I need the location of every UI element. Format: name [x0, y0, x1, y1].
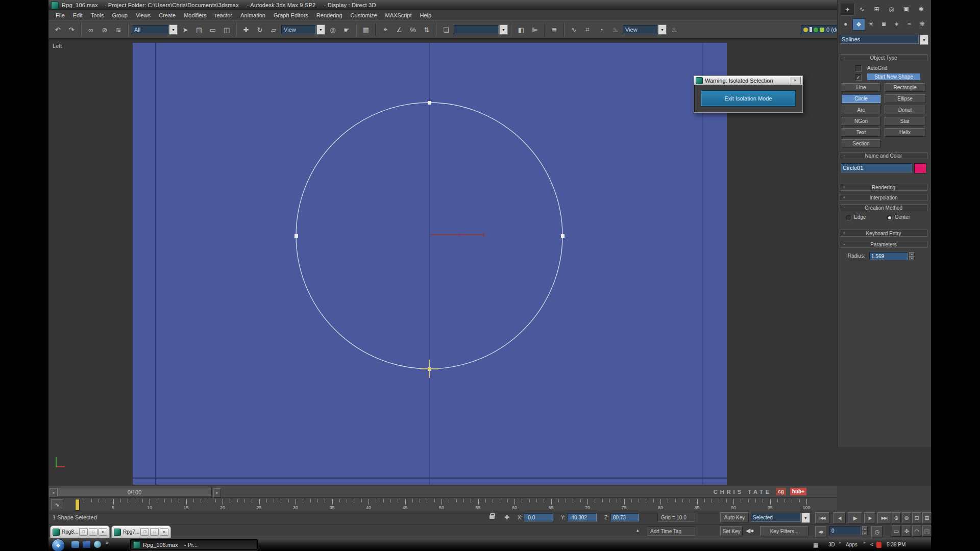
menu-group[interactable]: Group [108, 12, 132, 18]
align-icon[interactable]: ⊫ [529, 23, 541, 36]
tray-3d-toolbar[interactable]: 3D [828, 542, 835, 547]
object-button-helix[interactable]: Helix [885, 128, 925, 137]
snap-toggle-icon[interactable]: ⌖ [379, 23, 391, 36]
min-max-toggle-icon[interactable]: ◰ [922, 525, 932, 537]
z-coord-field[interactable]: 80.73 [610, 513, 639, 521]
tray-alert-icon[interactable] [876, 542, 881, 548]
quick-launch-chevron-icon[interactable]: » [106, 540, 109, 545]
tray-apps-toolbar[interactable]: Apps [846, 542, 857, 547]
object-color-swatch[interactable] [914, 163, 926, 173]
zoom-extents-all-icon[interactable]: ⊞ [922, 512, 932, 523]
go-to-start-button[interactable]: |◀◀ [815, 512, 829, 523]
next-frame-button[interactable]: |▶ [864, 512, 875, 523]
window-crossing-icon[interactable]: ◫ [220, 23, 233, 36]
x-coord-field[interactable]: -0.0 [524, 513, 553, 521]
close-icon[interactable]: ✕ [160, 528, 168, 536]
menu-modifiers[interactable]: Modifiers [180, 12, 211, 18]
object-button-ellipse[interactable]: Ellipse [885, 94, 925, 103]
key-mode-toggle[interactable]: ◀● [815, 526, 826, 537]
tray-chevron-icon[interactable]: » [839, 540, 841, 545]
tab-hierarchy[interactable]: ⊞ [870, 4, 883, 15]
close-icon[interactable]: ✕ [99, 528, 107, 536]
radius-field[interactable]: 1.569 [869, 252, 908, 260]
menu-maxscript[interactable]: MAXScript [381, 12, 416, 18]
zoom-icon[interactable]: ⊕ [892, 512, 901, 523]
rectangular-selection-region-icon[interactable]: ▭ [207, 23, 219, 36]
time-configuration-button[interactable]: ◷ [871, 526, 883, 537]
reference-coordinate-value[interactable]: View [281, 25, 316, 34]
mirror-icon[interactable]: ◧ [515, 23, 527, 36]
switch-windows-icon[interactable] [83, 541, 90, 548]
keyboard-override-icon[interactable]: ▦ [360, 23, 372, 36]
object-name-field[interactable]: Circle01 [841, 163, 912, 172]
zoom-all-icon[interactable]: ⊛ [902, 512, 911, 523]
render-type-value[interactable]: View [623, 25, 657, 34]
spinner-snap-icon[interactable]: ⇅ [421, 23, 433, 36]
object-button-star[interactable]: Star [885, 117, 925, 126]
y-coord-field[interactable]: -40.302 [567, 513, 597, 521]
center-radio[interactable] [887, 215, 893, 221]
unlink-selection-icon[interactable]: ⊘ [99, 23, 111, 36]
dropdown-arrow-icon[interactable]: ▼ [499, 24, 508, 35]
named-selection-sets-icon[interactable]: ❏ [440, 23, 452, 36]
select-and-rotate-icon[interactable]: ↻ [254, 23, 266, 36]
menu-reactor[interactable]: reactor [211, 12, 236, 18]
bind-to-space-warp-icon[interactable]: ≋ [112, 23, 125, 36]
current-frame-field[interactable]: 0 [829, 526, 861, 535]
radius-spinner[interactable]: ▴ ▾ [909, 252, 915, 260]
category-lights[interactable]: ☀ [865, 18, 877, 30]
category-helpers[interactable]: ∗ [891, 18, 902, 30]
named-selection-value[interactable] [454, 25, 499, 34]
tab-modify[interactable]: ∿ [855, 4, 868, 15]
rollout-interpolation[interactable]: + Interpolation [840, 194, 927, 201]
menu-animation[interactable]: Animation [236, 12, 270, 18]
menu-help[interactable]: Help [416, 12, 436, 18]
select-and-link-icon[interactable]: ∞ [85, 23, 97, 36]
show-desktop-icon[interactable] [71, 541, 79, 548]
select-and-move-icon[interactable]: ✚ [240, 23, 252, 36]
dropdown-arrow-icon[interactable]: ▼ [316, 24, 325, 35]
tray-chevron-icon[interactable]: » [863, 540, 865, 545]
menu-graph-editors[interactable]: Graph Editors [270, 12, 312, 18]
select-and-manipulate-icon[interactable]: ☛ [340, 23, 353, 36]
angle-snap-icon[interactable]: ∠ [393, 23, 405, 36]
menu-rendering[interactable]: Rendering [312, 12, 347, 18]
category-cameras[interactable]: ◙ [878, 18, 890, 30]
maximize-icon[interactable]: □ [150, 528, 159, 536]
object-button-donut[interactable]: Donut [885, 106, 925, 114]
menu-customize[interactable]: Customize [347, 12, 381, 18]
frame-spinner[interactable]: ▴ ▾ [862, 526, 868, 535]
key-filters-button[interactable]: Key Filters... [760, 526, 808, 536]
add-time-tag[interactable]: Add Time Tag [647, 527, 695, 536]
dialog-close-icon[interactable]: ✕ [790, 77, 801, 84]
play-button[interactable]: ▶ [848, 512, 862, 523]
object-button-section[interactable]: Section [842, 139, 880, 148]
menu-views[interactable]: Views [132, 12, 155, 18]
undo-icon[interactable]: ↶ [52, 23, 64, 36]
menu-file[interactable]: File [52, 12, 69, 18]
dropdown-arrow-icon[interactable]: ▼ [658, 24, 667, 35]
maximize-icon[interactable]: □ [89, 528, 97, 536]
zoom-extents-icon[interactable]: ⊡ [912, 512, 921, 523]
start-new-shape-button[interactable]: Start New Shape [867, 73, 920, 80]
absolute-relative-icon[interactable]: ✚ [504, 514, 509, 521]
minimized-window-rpg8[interactable]: Rpg8... ❐ □ ✕ [50, 525, 110, 538]
current-frame-marker[interactable] [75, 499, 80, 511]
layer-manager-icon[interactable]: ≣ [548, 23, 560, 36]
exit-isolation-mode-button[interactable]: Exit Isolation Mode [701, 90, 796, 107]
material-editor-icon[interactable]: ◔ [595, 23, 607, 36]
previous-frame-button[interactable]: ◀| [834, 512, 846, 523]
tab-create[interactable]: ✦ [841, 4, 854, 16]
quick-launch-icon[interactable] [94, 541, 101, 548]
time-forward-icon[interactable]: ▸ [213, 488, 221, 497]
tray-collapse-icon[interactable]: < [870, 542, 873, 547]
rollout-parameters[interactable]: - Parameters [840, 241, 927, 248]
field-of-view-icon[interactable]: ▭ [892, 525, 901, 537]
selection-lock-icon[interactable] [489, 515, 495, 519]
object-button-arc[interactable]: Arc [842, 106, 880, 114]
time-back-icon[interactable]: ◂ [50, 488, 57, 497]
minimized-window-rpg7[interactable]: Rpg7... ❐ □ ✕ [111, 525, 171, 538]
viewport-grid-plane[interactable] [133, 43, 727, 485]
menu-edit[interactable]: Edit [69, 12, 87, 18]
object-button-text[interactable]: Text [842, 128, 880, 137]
